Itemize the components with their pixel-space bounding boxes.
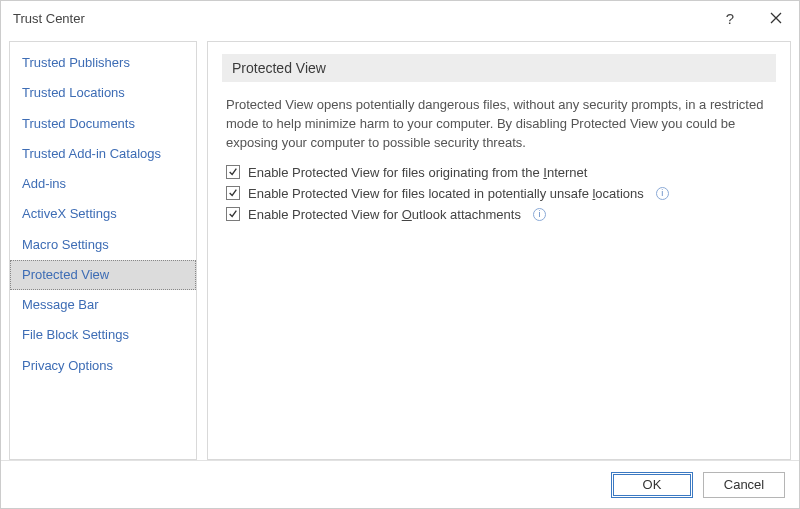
option-row: Enable Protected View for files originat…: [226, 165, 772, 180]
sidebar-item-privacy-options[interactable]: Privacy Options: [10, 351, 196, 381]
dialog-footer: OK Cancel: [1, 460, 799, 508]
info-icon[interactable]: i: [533, 208, 546, 221]
info-icon[interactable]: i: [656, 187, 669, 200]
sidebar-item-file-block-settings[interactable]: File Block Settings: [10, 320, 196, 350]
sidebar-item-add-ins[interactable]: Add-ins: [10, 169, 196, 199]
option-row: Enable Protected View for Outlook attach…: [226, 207, 772, 222]
sidebar-item-trusted-documents[interactable]: Trusted Documents: [10, 109, 196, 139]
sidebar-item-protected-view[interactable]: Protected View: [10, 260, 196, 290]
dialog-body: Trusted PublishersTrusted LocationsTrust…: [1, 35, 799, 460]
sidebar-item-trusted-locations[interactable]: Trusted Locations: [10, 78, 196, 108]
ok-button[interactable]: OK: [611, 472, 693, 498]
option-label[interactable]: Enable Protected View for files originat…: [248, 165, 587, 180]
close-button[interactable]: [753, 1, 799, 35]
option-label[interactable]: Enable Protected View for Outlook attach…: [248, 207, 521, 222]
sidebar-item-macro-settings[interactable]: Macro Settings: [10, 230, 196, 260]
section-heading: Protected View: [222, 54, 776, 82]
sidebar-item-trusted-add-in-catalogs[interactable]: Trusted Add-in Catalogs: [10, 139, 196, 169]
section-description: Protected View opens potentially dangero…: [226, 96, 772, 153]
content-panel: Protected View Protected View opens pote…: [207, 41, 791, 460]
sidebar-item-activex-settings[interactable]: ActiveX Settings: [10, 199, 196, 229]
trust-center-dialog: Trust Center ? Trusted PublishersTrusted…: [0, 0, 800, 509]
help-button[interactable]: ?: [707, 1, 753, 35]
options-list: Enable Protected View for files originat…: [222, 165, 776, 222]
option-label[interactable]: Enable Protected View for files located …: [248, 186, 644, 201]
checkbox[interactable]: [226, 207, 240, 221]
cancel-button[interactable]: Cancel: [703, 472, 785, 498]
checkbox[interactable]: [226, 165, 240, 179]
titlebar: Trust Center ?: [1, 1, 799, 35]
window-title: Trust Center: [13, 11, 707, 26]
category-sidebar: Trusted PublishersTrusted LocationsTrust…: [9, 41, 197, 460]
option-row: Enable Protected View for files located …: [226, 186, 772, 201]
sidebar-item-trusted-publishers[interactable]: Trusted Publishers: [10, 48, 196, 78]
checkbox[interactable]: [226, 186, 240, 200]
close-icon: [770, 12, 782, 24]
sidebar-item-message-bar[interactable]: Message Bar: [10, 290, 196, 320]
